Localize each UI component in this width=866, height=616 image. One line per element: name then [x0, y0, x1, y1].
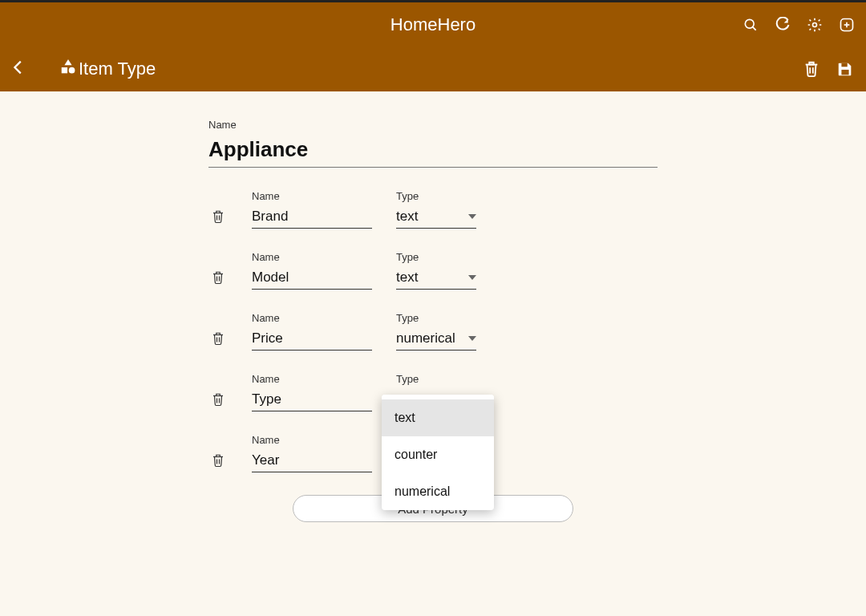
app-title: HomeHero — [391, 14, 475, 35]
add-icon[interactable] — [837, 15, 856, 34]
chevron-down-icon — [468, 209, 476, 224]
attr-name-input[interactable] — [252, 327, 372, 351]
app-bar: HomeHero — [0, 2, 866, 47]
chevron-down-icon — [468, 331, 476, 346]
svg-point-2 — [813, 22, 817, 26]
refresh-icon[interactable] — [773, 15, 792, 34]
delete-item-type-button[interactable] — [802, 59, 821, 79]
attribute-row: Name Type numerical — [208, 312, 658, 351]
back-button[interactable] — [10, 59, 27, 79]
attr-name-input[interactable] — [252, 449, 372, 472]
svg-rect-12 — [841, 70, 848, 75]
dropdown-option-numerical[interactable]: numerical — [382, 473, 494, 510]
search-icon[interactable] — [741, 15, 760, 34]
app-bar-actions — [741, 15, 860, 34]
attr-name-label: Name — [252, 190, 372, 202]
page-bar: Item Type — [0, 47, 866, 91]
delete-attribute-button[interactable] — [208, 453, 228, 472]
attr-type-label: Type — [396, 312, 476, 324]
attr-name-label: Name — [252, 312, 372, 324]
delete-attribute-button[interactable] — [208, 270, 228, 290]
attr-name-label: Name — [252, 251, 372, 263]
svg-marker-18 — [468, 275, 476, 280]
page-title: Item Type — [79, 59, 156, 79]
attr-name-label: Name — [252, 373, 372, 385]
attr-type-label: Type — [396, 190, 476, 202]
page-actions — [802, 59, 856, 79]
attr-type-label: Type — [396, 373, 476, 385]
attr-name-input[interactable] — [252, 205, 372, 229]
item-type-name-label: Name — [208, 119, 658, 131]
svg-rect-11 — [841, 63, 847, 67]
attr-name-input[interactable] — [252, 266, 372, 290]
type-dropdown-menu: text counter numerical — [382, 395, 494, 510]
settings-icon[interactable] — [805, 15, 824, 34]
attr-type-select[interactable]: text — [396, 266, 476, 290]
attr-name-label: Name — [252, 434, 372, 446]
svg-marker-15 — [468, 214, 476, 219]
chevron-down-icon — [468, 270, 476, 285]
save-button[interactable] — [836, 59, 855, 79]
dropdown-option-counter[interactable]: counter — [382, 436, 494, 473]
attribute-row: Name Type text — [208, 190, 658, 229]
attr-type-value: text — [396, 270, 418, 286]
svg-marker-6 — [64, 59, 71, 65]
delete-attribute-button[interactable] — [208, 209, 228, 229]
page-title-wrap: Item Type — [59, 59, 156, 79]
item-type-name-input[interactable] — [208, 136, 658, 168]
dropdown-option-text[interactable]: text — [382, 399, 494, 436]
svg-point-8 — [69, 67, 75, 74]
attr-type-label: Type — [396, 251, 476, 263]
attr-type-value: numerical — [396, 330, 455, 346]
svg-line-1 — [753, 26, 756, 30]
attr-name-input[interactable] — [252, 388, 372, 411]
delete-attribute-button[interactable] — [208, 331, 228, 351]
item-type-name-field: Name — [208, 119, 658, 168]
attr-type-select[interactable]: numerical — [396, 327, 476, 351]
svg-marker-21 — [468, 336, 476, 341]
svg-point-0 — [745, 19, 754, 28]
svg-rect-7 — [62, 67, 67, 73]
shapes-icon — [59, 59, 77, 79]
attr-type-value: text — [396, 209, 418, 225]
delete-attribute-button[interactable] — [208, 392, 228, 411]
attr-type-select[interactable]: text — [396, 205, 476, 229]
attribute-row: Name Type text — [208, 251, 658, 290]
